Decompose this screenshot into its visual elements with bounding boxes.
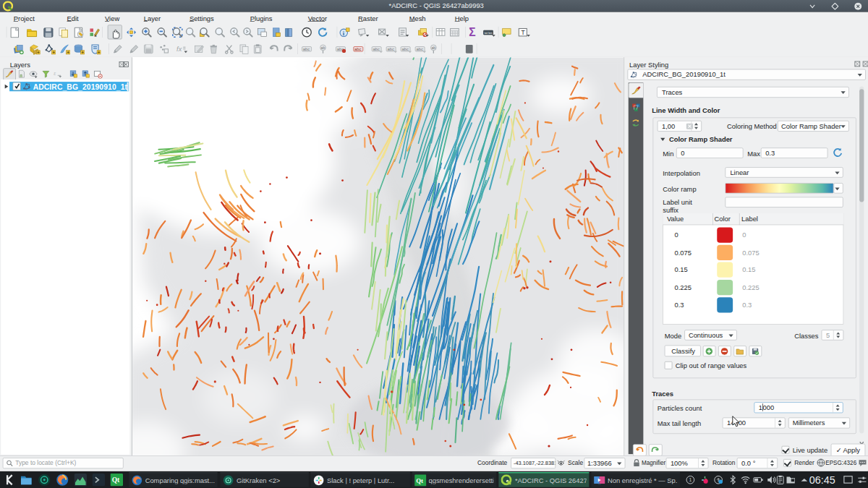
svg-text:T: T <box>522 29 525 36</box>
svg-text:abc: abc <box>401 47 409 51</box>
svg-text:abc: abc <box>354 47 362 51</box>
svg-text:Qt: Qt <box>416 477 423 484</box>
svg-text:1: 1 <box>689 477 692 482</box>
svg-text:abc: abc <box>416 47 423 51</box>
svg-text:ε: ε <box>54 71 56 77</box>
svg-text:fx: fx <box>176 46 182 53</box>
svg-text:ab: ab <box>431 46 435 50</box>
svg-text:abc: abc <box>303 47 310 51</box>
svg-text:abc: abc <box>387 47 394 51</box>
svg-text:Σ: Σ <box>469 27 475 38</box>
svg-text:tot len: tot len <box>485 31 493 35</box>
svg-text:abc: abc <box>373 47 380 51</box>
svg-text:Qt: Qt <box>112 476 120 484</box>
svg-text:ab: ab <box>321 46 326 50</box>
